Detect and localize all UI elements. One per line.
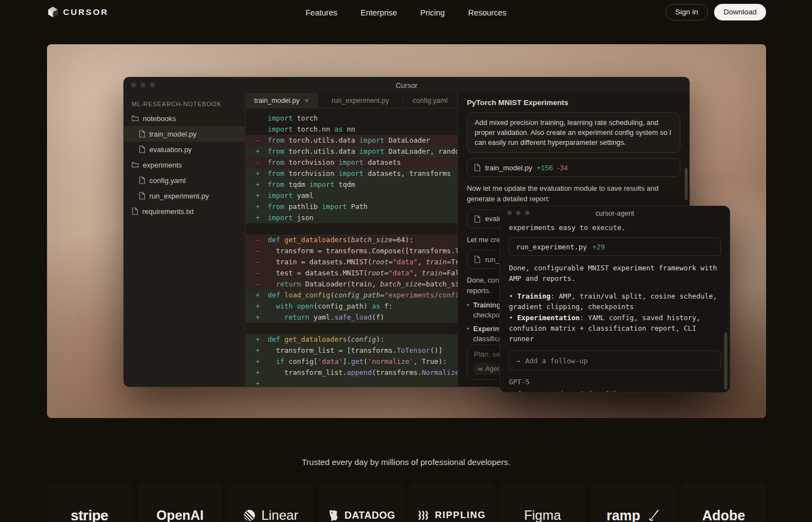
bullet-dot-icon: •	[467, 324, 469, 344]
code-line: -from torchvision import datasets	[246, 157, 457, 168]
tab-train_model.py[interactable]: train_model.py×	[246, 93, 318, 108]
file-explorer-sidebar: ML-RESEARCH-NOTEBOOK notebookstrain_mode…	[124, 93, 246, 387]
code-line	[246, 323, 457, 334]
diff-sign: +	[256, 179, 260, 190]
chat-scrollbar[interactable]	[685, 168, 688, 200]
tab-close-icon[interactable]: ×	[305, 96, 309, 105]
customer-logos: stripe OpenAI Linear DATADOG	[47, 482, 766, 522]
tree-item-label: run_experiment.py	[149, 192, 209, 200]
tree-item-label: config.yaml	[149, 176, 186, 185]
tree-item-requirements.txt[interactable]: requirements.txt	[124, 203, 245, 219]
sign-in-button[interactable]: Sign in	[665, 4, 708, 20]
window-dot-zoom[interactable]	[150, 82, 155, 87]
code-editor[interactable]: import torchimport torch.nn as nn-from t…	[246, 108, 457, 387]
code-line: + transform_list.append(transforms.Norma…	[246, 367, 457, 378]
tab-config.yaml[interactable]: config.yaml	[403, 93, 457, 108]
hero-background-image: Cursor ML-RESEARCH-NOTEBOOK notebookstra…	[47, 44, 766, 418]
agent-titlebar[interactable]: cursor-agent	[500, 206, 730, 221]
code-line: - transform = transforms.Compose([transf…	[246, 246, 457, 257]
nav-item-enterprise[interactable]: Enterprise	[361, 8, 397, 17]
code-line: -from torch.utils.data import DataLoader	[246, 135, 457, 146]
folder-icon	[132, 115, 139, 122]
diff-sign: +	[256, 334, 260, 345]
code-line: -def get_dataloaders(batch_size=64):	[246, 234, 457, 246]
diff-sign: -	[256, 246, 260, 257]
cursor-logo-icon	[47, 6, 59, 18]
chat-title: PyTorch MNIST Experiments	[467, 98, 680, 107]
agent-scrollbar[interactable]	[724, 332, 727, 390]
agent-window-title: cursor-agent	[595, 210, 634, 217]
agent-chip-additions: +29	[592, 242, 605, 252]
chip-additions: +156	[537, 164, 553, 172]
file-icon	[139, 192, 145, 200]
window-dot-minimize[interactable]	[140, 82, 145, 87]
agent-bullet-list: • Training: AMP, train/val split, cosine…	[509, 291, 721, 344]
file-change-chip-train_model.py[interactable]: train_model.py+156-34	[467, 158, 680, 177]
tree-item-run_experiment.py[interactable]: run_experiment.py	[124, 188, 245, 203]
tree-item-evaluation.py[interactable]: evaluation.py	[124, 142, 245, 157]
logo-card-figma: Figma	[500, 482, 585, 522]
infinity-icon: ∞	[478, 365, 483, 373]
ramp-swoosh-icon	[646, 510, 660, 521]
agent-dot-zoom[interactable]	[525, 211, 529, 215]
code-line: +def get_dataloaders(config):	[246, 334, 457, 345]
figma-logo: Figma	[524, 508, 561, 522]
nav-item-pricing[interactable]: Pricing	[420, 8, 445, 17]
linear-icon	[243, 509, 256, 522]
agent-dot-minimize[interactable]	[516, 211, 520, 215]
cursor-brand[interactable]: CURSOR	[47, 6, 108, 18]
agent-file-chip[interactable]: run_experiment.py +29	[509, 237, 721, 256]
tree-item-notebooks[interactable]: notebooks	[124, 111, 245, 126]
tree-item-experiments[interactable]: experiments	[124, 157, 245, 173]
window-title: Cursor	[395, 81, 417, 90]
window-controls[interactable]	[131, 82, 155, 87]
code-line: + transform_list = [transforms.ToTensor(…	[246, 345, 457, 356]
editor-tabbar: train_model.py×run_experiment.pyconfig.y…	[246, 93, 457, 108]
diff-sign: +	[256, 378, 260, 387]
commands-hint: / for commands · @ for files	[509, 389, 721, 393]
linear-logo: Linear	[261, 508, 298, 522]
tab-label: train_model.py	[254, 97, 300, 105]
agent-scrolled-text: experiments easy to execute.	[509, 222, 721, 233]
code-line: + if config['data'].get('normalize', Tru…	[246, 356, 457, 367]
agent-chip-filename: run_experiment.py	[516, 242, 587, 252]
auth-buttons: Sign in Download	[665, 4, 766, 20]
diff-sign: -	[256, 268, 260, 279]
diff-sign: +	[256, 290, 260, 301]
diff-sign: +	[256, 367, 260, 378]
agent-followup-input[interactable]: → Add a follow-up	[509, 351, 721, 370]
nav-item-features[interactable]: Features	[306, 8, 337, 17]
logo-card-ramp: ramp	[591, 482, 675, 522]
nav-item-resources[interactable]: Resources	[468, 8, 506, 17]
openai-logo: OpenAI	[157, 508, 204, 522]
tab-run_experiment.py[interactable]: run_experiment.py	[318, 93, 404, 108]
code-line: +from torch.utils.data import DataLoader…	[246, 146, 457, 157]
tree-item-train_model.py[interactable]: train_model.py	[124, 126, 245, 142]
file-icon	[132, 207, 138, 215]
agent-window-controls[interactable]	[507, 211, 529, 215]
main-nav: FeaturesEnterprisePricingResources	[306, 0, 507, 25]
logo-card-adobe: Adobe	[681, 482, 766, 522]
file-icon	[139, 130, 145, 138]
tree-item-label: experiments	[143, 161, 182, 169]
assistant-paragraph: Now let me update the evaluation module …	[467, 184, 680, 204]
ide-titlebar[interactable]: Cursor	[124, 77, 689, 93]
tab-label: run_experiment.py	[332, 97, 389, 105]
bullet-dot-icon: •	[467, 300, 469, 320]
agent-dot-close[interactable]	[507, 211, 512, 215]
file-icon	[139, 176, 145, 184]
diff-sign: -	[256, 234, 260, 246]
stripe-logo: stripe	[71, 507, 108, 522]
code-line: + return yaml.safe_load(f)	[246, 312, 457, 323]
diff-sign: -	[256, 135, 260, 146]
brand-wordmark: CURSOR	[63, 7, 108, 17]
tree-item-config.yaml[interactable]: config.yaml	[124, 173, 245, 188]
ramp-logo: ramp	[606, 508, 640, 522]
code-line: +import yaml	[246, 190, 457, 201]
logo-card-openai: OpenAI	[138, 482, 222, 522]
download-button[interactable]: Download	[714, 4, 766, 20]
trusted-tagline: Trusted every day by millions of profess…	[0, 457, 812, 467]
diff-sign: +	[256, 356, 260, 367]
window-dot-close[interactable]	[131, 82, 136, 87]
code-line: +	[246, 378, 457, 387]
